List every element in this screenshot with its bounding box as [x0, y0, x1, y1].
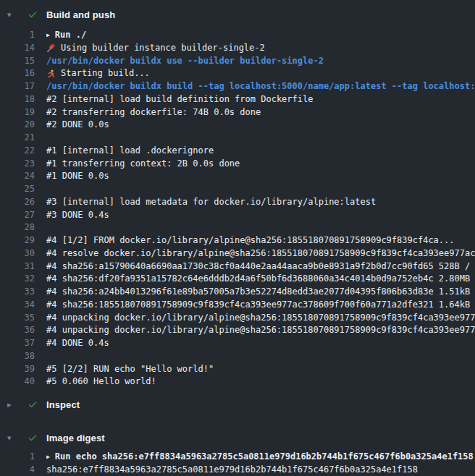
log-line: 28: [0, 221, 475, 234]
line-number[interactable]: 21: [0, 132, 35, 145]
line-number[interactable]: 19: [0, 106, 35, 119]
log-section-image-digest: ▾ Image digest 1▶Run echo sha256:e7ff883…: [0, 429, 475, 476]
step-title: Inspect: [46, 399, 80, 410]
log-line: 26#3 [internal] load metadata for docker…: [0, 196, 475, 209]
line-number[interactable]: 36: [0, 324, 35, 337]
log-text: #4 [1/2] FROM docker.io/library/alpine@s…: [46, 234, 475, 247]
log-line: 39#5 [2/2] RUN echo "Hello world!": [0, 363, 475, 376]
log-line: 20#2 DONE 0.0s: [0, 119, 475, 132]
log-text: #2 [internal] load build definition from…: [46, 93, 475, 106]
log-line: 30#4 resolve docker.io/library/alpine@sh…: [0, 247, 475, 260]
log-text: #4 sha256:a15790640a6690aa1730c38cf0a440…: [46, 260, 475, 273]
log-line: 27#3 DONE 0.4s: [0, 209, 475, 222]
step-header-build-and-push[interactable]: ▾ Build and push: [0, 6, 475, 23]
chevron-down-icon[interactable]: ▾: [7, 11, 16, 19]
log-line: 14 Using builder instance builder-single…: [0, 42, 475, 55]
line-number[interactable]: 29: [0, 234, 35, 247]
line-number[interactable]: 39: [0, 363, 35, 376]
log-text: #4 unpacking docker.io/library/alpine@sh…: [46, 324, 475, 337]
play-icon: ▶: [46, 29, 50, 41]
runner-icon: [46, 69, 56, 79]
line-number[interactable]: 37: [0, 337, 35, 350]
log-group-line[interactable]: 1▶Run echo sha256:e7ff8834a5963a2785c5a0…: [0, 451, 475, 464]
log-text: #5 [2/2] RUN echo "Hello world!": [46, 363, 475, 376]
line-number[interactable]: 27: [0, 209, 35, 222]
success-check-icon: [28, 399, 38, 409]
log-section-build-and-push: ▾ Build and push 1▶Run ./14 Using builde…: [0, 6, 475, 396]
log-text: #4 unpacking docker.io/library/alpine@sh…: [46, 312, 475, 325]
line-number[interactable]: 32: [0, 273, 35, 286]
log-text: #4 DONE 0.4s: [46, 337, 475, 350]
line-number[interactable]: 20: [0, 119, 35, 132]
log-text: /usr/bin/docker buildx use --builder bui…: [46, 55, 475, 68]
log-line: 21: [0, 132, 475, 145]
line-number[interactable]: 38: [0, 350, 35, 363]
log-line: 33#4 sha256:a24bb4013296f61e89ba57005a7b…: [0, 286, 475, 299]
log-line: 22#1 [internal] load .dockerignore: [0, 145, 475, 158]
log-text: #3 DONE 0.4s: [46, 209, 475, 222]
log-line: 19#2 transferring dockerfile: 74B 0.0s d…: [0, 106, 475, 119]
line-number[interactable]: 22: [0, 145, 35, 158]
log-text: #4 resolve docker.io/library/alpine@sha2…: [46, 247, 475, 260]
log-lines-build-and-push: 1▶Run ./14 Using builder instance builde…: [0, 23, 475, 396]
line-number[interactable]: 1: [0, 451, 35, 464]
log-line: 23#1 transferring context: 2B 0.0s done: [0, 158, 475, 171]
line-number[interactable]: 18: [0, 93, 35, 106]
log-text: /usr/bin/docker buildx build --tag local…: [46, 80, 475, 93]
log-text: #5 0.060 Hello world!: [46, 375, 475, 388]
line-number[interactable]: 23: [0, 158, 35, 171]
line-number[interactable]: 40: [0, 375, 35, 388]
log-line: 17/usr/bin/docker buildx build --tag loc…: [0, 80, 475, 93]
workflow-log-viewer: ▾ Build and push 1▶Run ./14 Using builde…: [0, 6, 475, 476]
line-number[interactable]: 35: [0, 312, 35, 325]
log-text: #1 transferring context: 2B 0.0s done: [46, 158, 475, 171]
log-line: 34#4 sha256:185518070891758909c9f839cf4c…: [0, 299, 475, 312]
line-number[interactable]: 24: [0, 170, 35, 183]
log-text: ▶Run echo sha256:e7ff8834a5963a2785c5a08…: [46, 451, 475, 464]
log-line: 40#5 0.060 Hello world!: [0, 375, 475, 388]
log-group-line[interactable]: 1▶Run ./: [0, 29, 475, 42]
log-text: sha256:e7ff8834a5963a2785c5a0811e979d16b…: [46, 464, 475, 476]
chevron-right-icon[interactable]: ▸: [7, 401, 16, 409]
success-check-icon: [28, 433, 38, 443]
log-line: 4sha256:e7ff8834a5963a2785c5a0811e979d16…: [0, 464, 475, 476]
log-lines-image-digest: 1▶Run echo sha256:e7ff8834a5963a2785c5a0…: [0, 446, 475, 476]
line-number[interactable]: 28: [0, 221, 35, 234]
log-line: 29#4 [1/2] FROM docker.io/library/alpine…: [0, 234, 475, 247]
log-line: 15/usr/bin/docker buildx use --builder b…: [0, 55, 475, 68]
log-line: 31#4 sha256:a15790640a6690aa1730c38cf0a4…: [0, 260, 475, 273]
line-number[interactable]: 14: [0, 42, 35, 55]
step-header-image-digest[interactable]: ▾ Image digest: [0, 429, 475, 446]
log-text: #1 [internal] load .dockerignore: [46, 145, 475, 158]
line-number[interactable]: 25: [0, 183, 35, 196]
log-text: #4 sha256:df20fa9351a15782c64e6dddb2d4a6…: [46, 273, 475, 286]
log-text: #2 DONE 0.0s: [46, 119, 475, 132]
log-text: #1 DONE 0.0s: [46, 170, 475, 183]
log-text: #4 sha256:a24bb4013296f61e89ba57005a7b3e…: [46, 286, 475, 299]
log-line: 18#2 [internal] load build definition fr…: [0, 93, 475, 106]
log-section-inspect: ▸ Inspect: [0, 396, 475, 413]
line-number[interactable]: 26: [0, 196, 35, 209]
line-number[interactable]: 15: [0, 55, 35, 68]
step-header-inspect[interactable]: ▸ Inspect: [0, 396, 475, 413]
line-number[interactable]: 1: [0, 29, 35, 42]
pushpin-icon: [46, 43, 56, 53]
log-line: 36#4 unpacking docker.io/library/alpine@…: [0, 324, 475, 337]
line-number[interactable]: 30: [0, 247, 35, 260]
line-number[interactable]: 31: [0, 260, 35, 273]
step-title: Build and push: [46, 9, 115, 20]
log-text: Using builder instance builder-single-2: [46, 42, 475, 55]
line-number[interactable]: 34: [0, 299, 35, 312]
line-number[interactable]: 16: [0, 67, 35, 80]
line-number[interactable]: 4: [0, 464, 35, 476]
play-icon: ▶: [46, 451, 50, 463]
line-number[interactable]: 17: [0, 80, 35, 93]
log-line: 16 Starting build...: [0, 67, 475, 80]
success-check-icon: [28, 9, 38, 20]
log-line: 37#4 DONE 0.4s: [0, 337, 475, 350]
log-line: 24#1 DONE 0.0s: [0, 170, 475, 183]
chevron-down-icon[interactable]: ▾: [7, 434, 16, 442]
line-number[interactable]: 33: [0, 286, 35, 299]
log-text: ▶Run ./: [46, 29, 475, 42]
log-line: 35#4 unpacking docker.io/library/alpine@…: [0, 312, 475, 325]
